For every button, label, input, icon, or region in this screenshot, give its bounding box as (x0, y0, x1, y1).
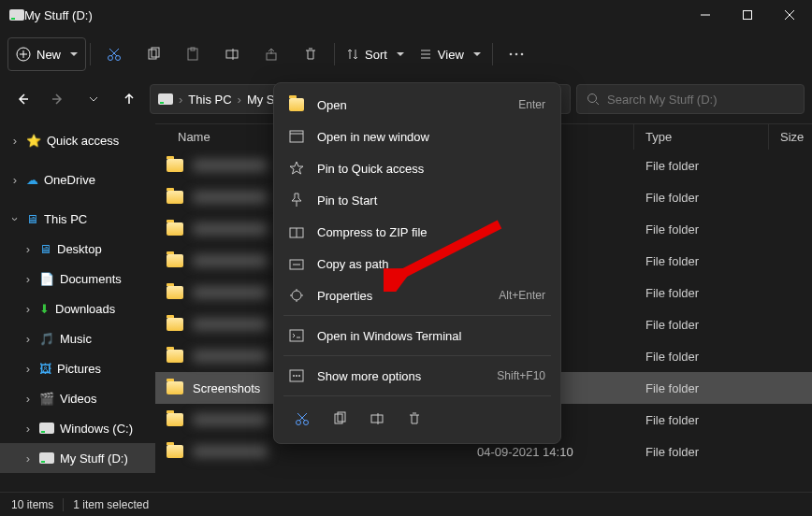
ctx-label: Open (317, 98, 505, 112)
ctx-copy-path[interactable]: Copy as path (274, 248, 560, 280)
trash-icon (303, 47, 318, 62)
column-size[interactable]: Size (769, 130, 804, 144)
ctx-pin-quick-access[interactable]: Pin to Quick access (274, 152, 560, 184)
chevron-down-icon: › (8, 213, 22, 224)
scissors-icon (107, 47, 122, 62)
row-type: File folder (634, 350, 769, 364)
redacted-text (193, 446, 268, 457)
chevron-right-icon: › (22, 362, 34, 376)
svg-point-23 (521, 53, 524, 56)
plus-icon (16, 47, 31, 62)
minimize-button[interactable] (684, 1, 726, 29)
copy-path-icon (289, 256, 304, 271)
toolbar-separator (492, 43, 493, 65)
row-type: File folder (634, 381, 769, 395)
terminal-icon (289, 328, 304, 343)
svg-point-22 (515, 53, 518, 56)
copy-button[interactable] (134, 37, 173, 71)
cut-button[interactable] (295, 411, 310, 426)
ctx-action-row (274, 400, 560, 437)
sidebar-item-my-stuff-d[interactable]: ›My Stuff (D:) (0, 443, 155, 473)
ctx-show-more[interactable]: Show more optionsShift+F10 (274, 360, 560, 392)
ctx-open-new-window[interactable]: Open in new window (274, 121, 560, 152)
sidebar-item-onedrive[interactable]: ›☁OneDrive (0, 165, 155, 194)
ctx-label: Properties (317, 289, 486, 303)
cut-button[interactable] (94, 37, 134, 71)
sidebar-item-pictures[interactable]: ›🖼Pictures (0, 353, 155, 383)
ctx-label: Open in new window (317, 130, 545, 144)
redacted-text (193, 223, 268, 235)
redacted-text (193, 351, 268, 362)
sidebar-item-downloads[interactable]: ›⬇Downloads (0, 294, 155, 323)
row-type: File folder (634, 159, 769, 173)
ctx-compress-zip[interactable]: Compress to ZIP file (274, 216, 560, 248)
search-input[interactable] (607, 93, 794, 107)
sort-icon (346, 48, 359, 61)
maximize-button[interactable] (726, 1, 768, 29)
ctx-properties[interactable]: PropertiesAlt+Enter (274, 280, 560, 311)
sidebar-item-desktop[interactable]: ›🖥Desktop (0, 234, 155, 264)
sort-button[interactable]: Sort (339, 37, 412, 71)
cloud-icon: ☁ (26, 173, 38, 187)
svg-rect-1 (743, 11, 751, 20)
ctx-open[interactable]: OpenEnter (274, 89, 560, 121)
more-button[interactable] (497, 37, 536, 71)
svg-rect-26 (290, 131, 303, 142)
forward-button[interactable] (43, 84, 73, 114)
row-type: File folder (634, 318, 769, 332)
new-label: New (36, 48, 61, 62)
rename-icon (225, 47, 239, 62)
sidebar-item-windows-c[interactable]: ›Windows (C:) (0, 413, 155, 443)
delete-button[interactable] (291, 37, 330, 71)
star-icon: ⭐ (26, 134, 41, 148)
sidebar-item-label: OneDrive (44, 173, 95, 187)
delete-button[interactable] (407, 411, 422, 426)
status-count: 10 items (11, 498, 53, 511)
back-button[interactable] (7, 84, 37, 114)
drive-icon (158, 92, 173, 107)
row-type: File folder (634, 445, 769, 459)
chevron-right-icon: › (22, 242, 34, 256)
svg-line-10 (109, 49, 117, 56)
ctx-label: Compress to ZIP file (317, 225, 545, 239)
sidebar-item-quick-access[interactable]: ›⭐Quick access (0, 125, 155, 155)
rename-button[interactable] (370, 411, 384, 426)
chevron-right-icon: › (179, 93, 182, 107)
zip-icon (289, 224, 304, 239)
redacted-text (193, 319, 268, 330)
chevron-right-icon: › (22, 272, 34, 286)
ctx-label: Open in Windows Terminal (317, 329, 545, 343)
toolbar-separator (334, 43, 335, 65)
svg-point-35 (293, 375, 295, 377)
folder-icon (167, 445, 183, 458)
sidebar-item-label: This PC (44, 212, 87, 226)
sidebar-item-label: Windows (C:) (60, 422, 133, 436)
properties-icon (289, 288, 304, 303)
rename-icon (370, 411, 384, 426)
view-button[interactable]: View (412, 37, 488, 71)
sidebar-item-thispc[interactable]: ›🖥This PC (0, 204, 155, 234)
up-button[interactable] (114, 84, 144, 114)
sidebar-item-label: Videos (60, 392, 97, 406)
row-type: File folder (634, 222, 769, 236)
ctx-separator (283, 315, 551, 316)
svg-point-32 (292, 291, 301, 300)
sidebar-item-videos[interactable]: ›🎬Videos (0, 383, 155, 413)
search-box[interactable] (576, 84, 805, 114)
rename-button[interactable] (212, 37, 252, 71)
paste-button[interactable] (173, 37, 212, 71)
new-button[interactable]: New (7, 37, 86, 71)
paste-icon (185, 47, 200, 62)
recent-button[interactable] (79, 84, 109, 114)
ctx-pin-start[interactable]: Pin to Start (274, 184, 560, 216)
crumb-thispc[interactable]: This PC (188, 93, 231, 107)
sidebar-item-music[interactable]: ›🎵Music (0, 323, 155, 353)
sidebar-item-documents[interactable]: ›📄Documents (0, 264, 155, 294)
share-button[interactable] (252, 37, 291, 71)
copy-button[interactable] (332, 411, 347, 426)
folder-icon (167, 381, 183, 394)
ctx-open-terminal[interactable]: Open in Windows Terminal (274, 320, 560, 351)
close-button[interactable] (768, 1, 810, 29)
column-type[interactable]: Type (634, 124, 769, 150)
ctx-label: Show more options (317, 369, 484, 383)
